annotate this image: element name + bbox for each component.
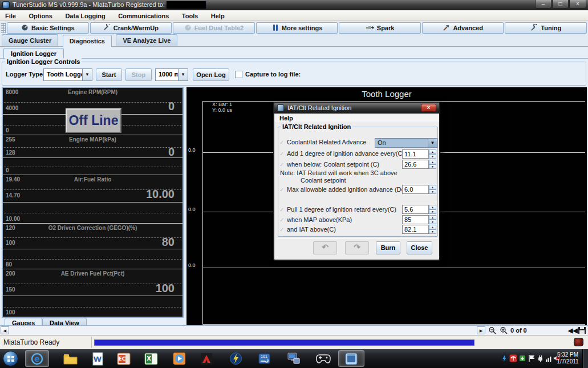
close-button[interactable]: × <box>569 0 586 9</box>
power-plug-tray-icon[interactable] <box>537 354 545 362</box>
retard-every-label: Pull 1 degree of ignition retard every(C… <box>287 206 396 213</box>
logger-type-select[interactable]: Tooth Logger ▼ <box>43 68 92 81</box>
start-button[interactable]: Start <box>96 68 122 81</box>
spin-up-icon[interactable]: ▲ <box>429 225 436 229</box>
retard-every-spinner[interactable]: ▲▼ <box>402 205 437 214</box>
tuning-button[interactable]: Tuning <box>505 22 587 34</box>
gauge-solid-line <box>3 249 183 249</box>
advanced-button[interactable]: Advanced <box>422 22 504 34</box>
chevron-down-icon[interactable]: ▼ <box>178 69 188 80</box>
tuning-wrench-icon <box>530 24 538 31</box>
more-settings-label: More settings <box>282 25 323 31</box>
map-above-label: when MAP above(KPa) <box>287 216 352 223</box>
retard-every-field[interactable] <box>402 205 429 214</box>
crank-warmup-button[interactable]: Crank/WarmUp <box>90 22 172 34</box>
spin-down-icon[interactable]: ▼ <box>429 164 436 169</box>
spin-up-icon[interactable]: ▲ <box>429 160 436 164</box>
spin-up-icon[interactable]: ▲ <box>429 149 436 154</box>
tab-diagnostics[interactable]: Diagnostics <box>63 35 112 47</box>
minimize-button[interactable]: – <box>535 0 551 9</box>
spin-down-icon[interactable]: ▼ <box>429 209 436 214</box>
show-desktop-button[interactable] <box>582 349 588 368</box>
interval-select[interactable]: 1000 ms ▼ <box>155 68 188 81</box>
menu-communications[interactable]: Communications <box>113 11 174 22</box>
capture-checkbox[interactable] <box>235 71 242 78</box>
advance-every-field[interactable] <box>402 149 429 159</box>
map-above-field[interactable] <box>402 215 429 224</box>
note-line-1: Note: IAT Retard will work when 3C above <box>280 169 398 176</box>
dialog-titlebar[interactable]: IAT/Clt Related Ignition × <box>274 103 439 114</box>
spin-up-icon[interactable]: ▲ <box>429 215 436 220</box>
network-signal-tray-icon[interactable] <box>545 354 553 362</box>
antivirus-tray-icon[interactable] <box>509 354 517 362</box>
dialog-menu-help[interactable]: Help <box>279 115 293 122</box>
spin-down-icon[interactable]: ▼ <box>429 229 436 234</box>
action-center-flag-icon[interactable] <box>528 354 536 362</box>
start-button[interactable] <box>3 351 18 366</box>
wrench-icon <box>103 24 111 31</box>
menu-tools[interactable]: Tools <box>177 11 204 22</box>
lightning-icon <box>229 352 242 365</box>
maximize-button[interactable]: □ <box>552 0 569 9</box>
window-title-text: TunerStudio MS v0.999.9a - MiataTurbo Re… <box>13 1 165 8</box>
taskbar-powerpoint[interactable]: EC <box>112 350 136 367</box>
iat-above-field[interactable] <box>402 225 429 234</box>
close-dialog-button[interactable]: Close <box>407 241 432 254</box>
coolant-setpoint-field[interactable] <box>402 160 429 169</box>
taskbar-adobe[interactable] <box>194 350 218 367</box>
game-controller-icon <box>316 354 331 364</box>
taskbar-tunerstudio[interactable] <box>338 350 364 367</box>
tab-ve-analyze-live[interactable]: VE Analyze Live <box>116 34 177 46</box>
burn-button[interactable]: Burn <box>376 241 400 254</box>
update-tray-icon[interactable] <box>518 354 526 362</box>
tab-gauge-cluster[interactable]: Gauge Cluster <box>2 34 58 46</box>
offline-badge: Off Line <box>66 108 121 133</box>
tab-ignition-logger[interactable]: Ignition Logger <box>3 48 64 59</box>
iat-clt-related-ignition-dialog: IAT/Clt Related Ignition × Help IAT/Clt … <box>273 102 440 261</box>
taskbar-games-app[interactable] <box>311 350 335 367</box>
internet-explorer-icon: e <box>30 352 44 366</box>
taskbar-excel[interactable]: X <box>139 350 163 367</box>
spin-down-icon[interactable]: ▼ <box>429 189 436 194</box>
taskbar-clock[interactable]: 5:32 PM 1/7/2011 <box>554 351 581 365</box>
chevron-down-icon[interactable]: ▼ <box>428 139 437 147</box>
taskbar-internet-explorer[interactable]: e <box>25 350 49 367</box>
scroll-left-button[interactable]: ◀ <box>1 326 9 334</box>
map-above-spinner[interactable]: ▲▼ <box>402 215 437 224</box>
coolant-iat-advance-select[interactable]: On ▼ <box>375 138 437 148</box>
basic-settings-button[interactable]: Basic Settings <box>7 22 89 34</box>
taskbar-lightning-app[interactable] <box>224 350 248 367</box>
menu-data-logging[interactable]: Data Logging <box>60 11 110 22</box>
max-advance-field[interactable] <box>402 185 429 194</box>
rewind-button[interactable]: ◀◀ <box>568 327 578 334</box>
more-settings-button[interactable]: More settings <box>256 22 338 34</box>
spin-up-icon[interactable]: ▲ <box>429 205 436 209</box>
menu-options[interactable]: Options <box>23 11 58 22</box>
spin-down-icon[interactable]: ▼ <box>429 220 436 224</box>
menu-help[interactable]: Help <box>206 11 230 22</box>
iat-above-spinner[interactable]: ▲▼ <box>402 225 437 234</box>
scroll-right-button[interactable]: ▶ <box>477 326 485 334</box>
coolant-setpoint-spinner[interactable]: ▲▼ <box>402 160 437 169</box>
spark-button[interactable]: Spark <box>339 22 421 34</box>
toolbar-grip[interactable] <box>1 23 6 33</box>
gauge-value: 0 <box>168 100 175 113</box>
taskbar-word[interactable]: W <box>86 350 110 367</box>
open-log-button[interactable]: Open Log <box>193 68 229 81</box>
chevron-down-icon[interactable]: ▼ <box>82 69 92 80</box>
taskbar-toolbox-app[interactable]: 101 <box>252 350 276 367</box>
logger-type-label: Logger Type: <box>6 71 45 78</box>
power-meter-tray-icon[interactable] <box>500 354 508 362</box>
spin-up-icon[interactable]: ▲ <box>429 185 436 189</box>
spin-down-icon[interactable]: ▼ <box>429 154 436 159</box>
clock-date: 1/7/2011 <box>554 358 581 365</box>
dialog-close-button[interactable]: × <box>421 104 436 112</box>
taskbar-system-app[interactable] <box>282 350 306 367</box>
max-advance-spinner[interactable]: ▲▼ <box>402 185 437 194</box>
tuning-label: Tuning <box>541 25 561 31</box>
svg-text:EC: EC <box>119 356 126 362</box>
advance-every-spinner[interactable]: ▲▼ <box>402 149 437 159</box>
taskbar-explorer[interactable] <box>58 350 82 367</box>
taskbar-media-player[interactable] <box>167 350 191 367</box>
menu-file[interactable]: File <box>0 11 21 22</box>
